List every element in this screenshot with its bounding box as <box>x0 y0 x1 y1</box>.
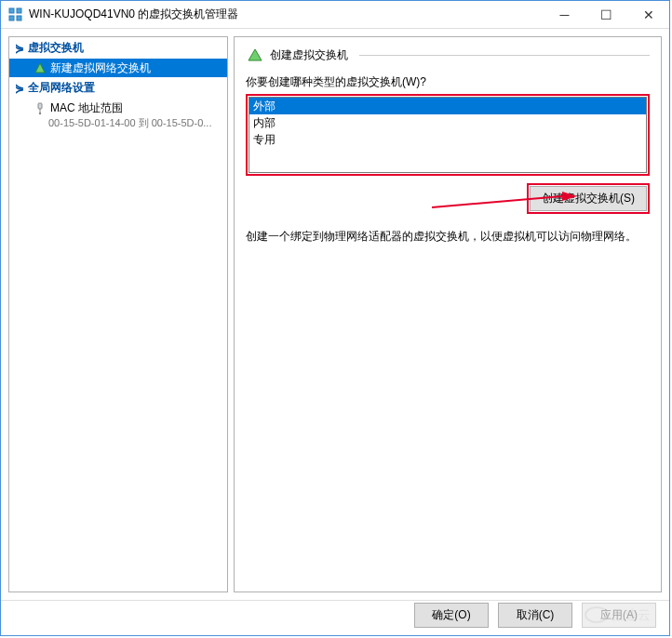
switch-type-listbox[interactable]: 外部 内部 专用 <box>249 97 647 173</box>
divider-line <box>359 55 650 56</box>
svg-marker-8 <box>249 49 262 60</box>
watermark: 亿速云 <box>584 603 658 630</box>
tree-item-mac-range[interactable]: MAC 地址范围 00-15-5D-01-14-00 到 00-15-5D-0.… <box>9 99 227 132</box>
list-item-private[interactable]: 专用 <box>249 131 646 148</box>
list-item-internal[interactable]: 内部 <box>249 114 646 131</box>
list-item-external[interactable]: 外部 <box>249 98 646 114</box>
svg-marker-10 <box>562 192 577 201</box>
svg-rect-2 <box>9 16 14 20</box>
new-switch-icon <box>34 61 47 74</box>
svg-rect-1 <box>17 8 21 13</box>
detail-title: 创建虚拟交换机 <box>270 47 348 63</box>
watermark-text: 亿速云 <box>611 607 651 622</box>
chevron-down-icon: ⋟ <box>15 82 24 95</box>
window-title: WIN-KUJOQD41VN0 的虚拟交换机管理器 <box>29 7 544 22</box>
content-area: ⋟ 虚拟交换机 新建虚拟网络交换机 ⋟ 全局网络设置 MAC 地址范围 <box>1 29 669 600</box>
ok-button[interactable]: 确定(O) <box>414 603 489 628</box>
app-icon <box>8 7 23 22</box>
tree-section-label: 虚拟交换机 <box>28 40 84 56</box>
tree-item-new-switch[interactable]: 新建虚拟网络交换机 <box>9 59 227 77</box>
svg-rect-3 <box>17 16 21 20</box>
switch-icon <box>246 47 264 63</box>
tree-section-global-settings[interactable]: ⋟ 全局网络设置 <box>9 77 227 99</box>
cancel-button[interactable]: 取消(C) <box>498 603 572 628</box>
annotation-arrow <box>432 191 581 211</box>
nic-icon <box>34 102 47 115</box>
type-prompt: 你要创建哪种类型的虚拟交换机(W)? <box>246 74 650 90</box>
svg-rect-5 <box>38 103 42 109</box>
dialog-footer: 确定(O) 取消(C) 应用(A) <box>1 600 669 630</box>
svg-point-11 <box>585 607 608 622</box>
tree-pane: ⋟ 虚拟交换机 新建虚拟网络交换机 ⋟ 全局网络设置 MAC 地址范围 <box>8 36 228 592</box>
detail-header: 创建虚拟交换机 <box>246 47 650 63</box>
close-button[interactable]: ✕ <box>627 1 669 28</box>
minimize-button[interactable]: ─ <box>544 1 585 28</box>
highlight-listbox: 外部 内部 专用 <box>246 94 650 176</box>
mac-range-value: 00-15-5D-01-14-00 到 00-15-5D-0... <box>34 116 222 130</box>
titlebar[interactable]: WIN-KUJOQD41VN0 的虚拟交换机管理器 ─ ☐ ✕ <box>1 1 669 29</box>
tree-section-virtual-switches[interactable]: ⋟ 虚拟交换机 <box>9 37 227 59</box>
type-description: 创建一个绑定到物理网络适配器的虚拟交换机，以便虚拟机可以访问物理网络。 <box>246 229 650 245</box>
tree-section-label: 全局网络设置 <box>28 80 95 96</box>
window-controls: ─ ☐ ✕ <box>544 1 669 28</box>
tree-item-label: 新建虚拟网络交换机 <box>50 60 151 76</box>
tree-item-label: MAC 地址范围 <box>50 100 123 116</box>
chevron-down-icon: ⋟ <box>15 42 24 55</box>
maximize-button[interactable]: ☐ <box>585 1 627 28</box>
svg-point-7 <box>39 112 41 113</box>
detail-pane: 创建虚拟交换机 你要创建哪种类型的虚拟交换机(W)? 外部 内部 专用 创建虚拟… <box>234 36 662 592</box>
svg-line-9 <box>432 196 562 207</box>
create-row: 创建虚拟交换机(S) <box>246 183 650 214</box>
window-frame: WIN-KUJOQD41VN0 的虚拟交换机管理器 ─ ☐ ✕ ⋟ 虚拟交换机 … <box>0 0 670 636</box>
svg-rect-0 <box>9 8 14 13</box>
svg-marker-4 <box>35 63 45 73</box>
